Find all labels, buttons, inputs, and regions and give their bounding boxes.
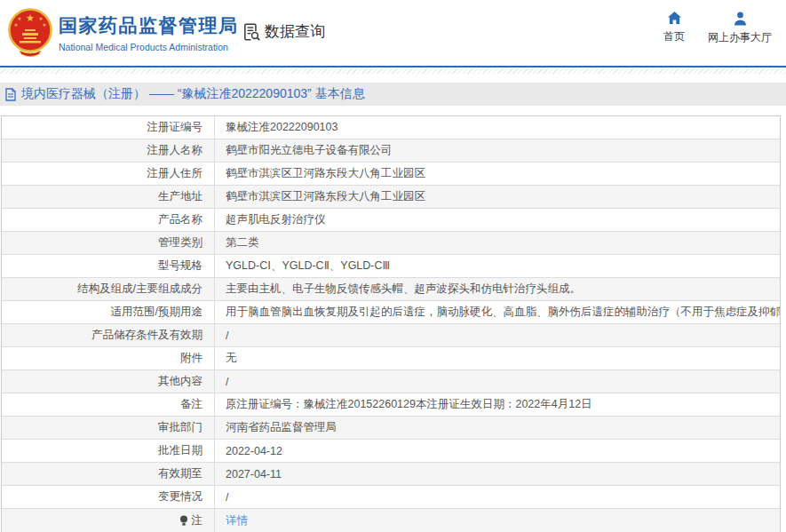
table-row: 产品名称 超声肌电反射治疗仪 — [2, 209, 780, 232]
row-value: 鹤壁市淇滨区卫河路东段大八角工业园区 — [215, 186, 780, 208]
table-row: 审批部门 河南省药品监督管理局 — [2, 417, 780, 440]
svg-text:★: ★ — [26, 12, 35, 23]
table-row: 适用范围/预期用途 用于脑血管脑出血恢复期及引起的后遗症，脑动脉硬化、高血脂、脑… — [2, 301, 780, 324]
row-value: 详情 — [215, 509, 780, 532]
row-label: 注册人名称 — [2, 139, 215, 162]
table-row: 备注 原注册证编号：豫械注准20152260129本注册证生效日期：2022年4… — [2, 393, 780, 417]
row-value: 用于脑血管脑出血恢复期及引起的后遗症，脑动脉硬化、高血脂、脑外伤后遗症的辅助治疗… — [215, 301, 780, 323]
row-value: 豫械注准20222090103 — [215, 116, 780, 139]
table-row: 注册人住所 鹤壁市淇滨区卫河路东段大八角工业园区 — [2, 163, 780, 186]
svg-text:★: ★ — [18, 16, 22, 21]
bulb-icon — [179, 515, 188, 527]
nav-home[interactable]: 首页 — [663, 12, 685, 45]
header-hatch-strip — [0, 68, 786, 74]
site-header: ★ ★ ★ ★ ★ 国家药品监督管理局 National Medical Pro… — [0, 0, 786, 67]
row-label: 管理类别 — [2, 232, 215, 254]
row-label: 注册证编号 — [2, 116, 215, 139]
svg-text:★: ★ — [39, 16, 44, 21]
table-row: 批准日期 2022-04-12 — [2, 440, 780, 463]
row-label: 附件 — [2, 347, 215, 369]
table-row: 生产地址 鹤壁市淇滨区卫河路东段大八角工业园区 — [2, 186, 780, 209]
row-value: / — [215, 324, 780, 346]
table-row: 有效期至 2027-04-11 — [2, 463, 780, 486]
breadcrumb-text: 境内医疗器械（注册） —— “豫械注准20222090103” 基本信息 — [21, 86, 365, 102]
site-title-block: 国家药品监督管理局 National Medical Products Admi… — [59, 13, 239, 52]
svg-text:★: ★ — [43, 22, 47, 28]
row-label: 型号规格 — [2, 255, 215, 277]
row-label: 其他内容 — [2, 370, 215, 393]
row-value: YGLD-CⅠ、YGLD-CⅡ、YGLD-CⅢ — [215, 255, 780, 277]
user-icon — [733, 12, 748, 26]
nav-data-query[interactable]: 数据查询 — [242, 21, 325, 42]
row-label: 审批部门 — [2, 417, 215, 439]
table-row: 附件 无 — [2, 347, 780, 370]
row-label: 注 — [2, 509, 215, 532]
nav-home-label: 首页 — [663, 29, 685, 44]
table-row: 变更情况 / — [2, 486, 780, 509]
row-label: 有效期至 — [2, 463, 215, 485]
row-value: 河南省药品监督管理局 — [215, 417, 780, 439]
site-title: 国家药品监督管理局 — [59, 13, 239, 38]
table-row: 型号规格 YGLD-CⅠ、YGLD-CⅡ、YGLD-CⅢ — [2, 255, 780, 278]
row-label: 产品名称 — [2, 209, 215, 231]
row-label: 注册人住所 — [2, 163, 215, 185]
national-emblem-logo[interactable]: ★ ★ ★ ★ ★ — [7, 6, 53, 58]
header-divider-line — [0, 66, 786, 67]
table-row: 结构及组成/主要组成成分 主要由主机、电子生物反馈传感头帽、超声波探头和仿电针治… — [2, 278, 780, 301]
row-value: / — [215, 370, 780, 393]
table-row: 注册人名称 鹤壁市阳光立德电子设备有限公司 — [2, 139, 780, 163]
row-value: 主要由主机、电子生物反馈传感头帽、超声波探头和仿电针治疗头组成。 — [215, 278, 780, 300]
document-icon — [4, 88, 17, 101]
row-label: 变更情况 — [2, 486, 215, 508]
table-row: 其他内容 / — [2, 370, 780, 393]
row-label: 备注 — [2, 393, 215, 416]
row-value: 超声肌电反射治疗仪 — [215, 209, 780, 231]
table-row: 产品储存条件及有效期 / — [2, 324, 780, 347]
nav-online-hall[interactable]: 网上办事大厅 — [708, 12, 772, 45]
svg-text:★: ★ — [14, 22, 19, 28]
row-value: 2022-04-12 — [215, 440, 780, 462]
row-label: 结构及组成/主要组成成分 — [2, 278, 215, 300]
row-value: 第二类 — [215, 232, 780, 254]
row-value: 鹤壁市阳光立德电子设备有限公司 — [215, 139, 780, 162]
row-label: 生产地址 — [2, 186, 215, 208]
row-label: 产品储存条件及有效期 — [2, 324, 215, 346]
data-query-icon — [242, 22, 261, 42]
nav-online-hall-label: 网上办事大厅 — [708, 30, 772, 45]
row-value: 原注册证编号：豫械注准20152260129本注册证生效日期：2022年4月12… — [215, 393, 780, 416]
row-value: 鹤壁市淇滨区卫河路东段大八角工业园区 — [215, 163, 780, 185]
row-value: / — [215, 486, 780, 508]
site-subtitle: National Medical Products Administration — [59, 42, 239, 52]
data-query-label: 数据查询 — [265, 21, 325, 42]
header-right-nav: 首页 网上办事大厅 — [663, 12, 772, 45]
row-value: 无 — [215, 347, 780, 369]
row-label: 适用范围/预期用途 — [2, 301, 215, 323]
home-icon — [667, 12, 682, 25]
table-row-note: 注 详情 — [2, 509, 780, 532]
row-value: 2027-04-11 — [215, 463, 780, 485]
registration-detail-table: 注册证编号 豫械注准20222090103 注册人名称 鹤壁市阳光立德电子设备有… — [1, 115, 781, 532]
table-row: 管理类别 第二类 — [2, 232, 780, 255]
note-label: 注 — [192, 513, 203, 528]
detail-link[interactable]: 详情 — [226, 513, 248, 528]
table-row: 注册证编号 豫械注准20222090103 — [2, 116, 780, 139]
row-label: 批准日期 — [2, 440, 215, 462]
breadcrumb: 境内医疗器械（注册） —— “豫械注准20222090103” 基本信息 — [0, 83, 786, 106]
